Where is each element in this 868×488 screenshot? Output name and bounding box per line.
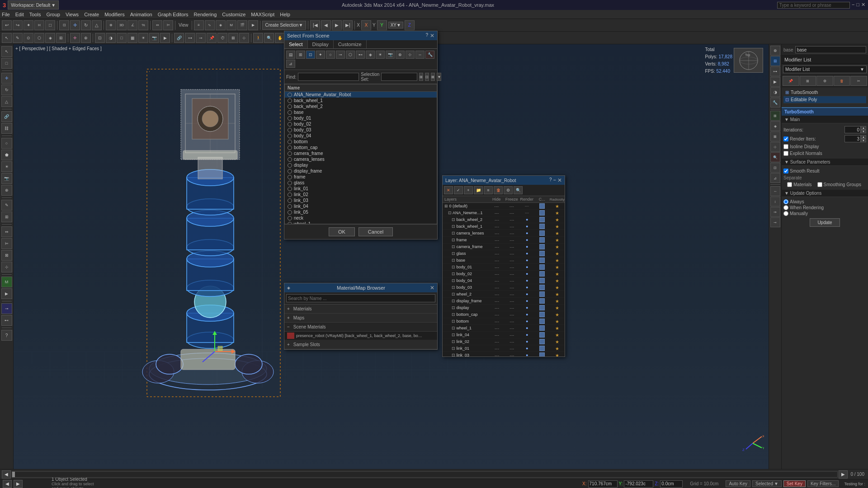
object-list-item[interactable]: frame — [285, 174, 437, 180]
panel-icon-9[interactable]: ↔ — [770, 186, 780, 196]
layer-color-col[interactable] — [534, 244, 549, 249]
iterations-spinner[interactable]: ▲ ▼ — [844, 126, 866, 133]
time-slider[interactable] — [12, 471, 838, 478]
materials-checkbox[interactable] — [787, 182, 792, 187]
timeline-next-btn[interactable]: ▶ — [839, 470, 848, 479]
select-tab[interactable]: Select — [284, 40, 308, 48]
layer-row[interactable]: ⊡ link_04 --- --- ● ★ — [443, 332, 565, 338]
menu-file[interactable]: File — [2, 12, 10, 17]
close-btn[interactable]: ✕ — [861, 2, 865, 9]
panel-icon-7[interactable]: ⊡ — [770, 163, 780, 173]
select-dialog-titlebar[interactable]: Select From Scene ? ✕ — [284, 31, 437, 40]
mat-search-input[interactable] — [286, 294, 435, 302]
modifier-item-turbos[interactable]: ⊞ TurboSmooth — [783, 89, 866, 96]
menu-tools[interactable]: Tools — [29, 12, 41, 17]
layers-folder-icon[interactable]: 📁 — [474, 186, 483, 194]
select-name-btn[interactable]: H — [34, 20, 44, 30]
move-lt[interactable]: ✛ — [1, 73, 12, 84]
layer-row[interactable]: ⊡ camera_frame --- --- ● ★ — [443, 244, 565, 250]
material-editor-btn[interactable]: M — [226, 20, 236, 30]
quick-render-btn[interactable]: ▦ — [127, 33, 137, 43]
panel-icon-6[interactable]: 🔍 — [770, 152, 780, 162]
cut-paste-btn[interactable]: ✂ — [850, 76, 867, 86]
object-list-item[interactable]: back_wheel_1 — [285, 98, 437, 103]
move-obj-btn[interactable]: ✛ — [70, 33, 80, 43]
render-frame-btn[interactable]: ▶ — [248, 20, 258, 30]
object-list-item[interactable]: body_02 — [285, 121, 437, 127]
schematic-view-btn[interactable]: ◈ — [216, 20, 226, 30]
bone-tools-lt[interactable]: ⊸ — [1, 303, 12, 314]
manipulate-btn[interactable]: ⊕ — [81, 33, 91, 43]
y-axis-btn[interactable]: Y — [377, 20, 387, 30]
shapes-lt[interactable]: ⬟ — [1, 150, 12, 160]
layers-check-icon[interactable]: ✓ — [454, 186, 463, 194]
object-list-item[interactable]: link_01 — [285, 186, 437, 192]
layer-row[interactable]: ⊡ wheel_2 --- --- ● ★ — [443, 291, 565, 298]
layer-color-col[interactable] — [534, 305, 549, 310]
modifier-list-dropdown[interactable]: Modifier List ▼ — [783, 66, 867, 73]
select-move-btn[interactable]: ✛ — [70, 20, 80, 30]
percent-snap-btn[interactable]: % — [138, 20, 148, 30]
sel-icon-6[interactable]: ⊸ — [336, 51, 345, 59]
undo-btn[interactable]: ↩ — [2, 20, 12, 30]
layer-color-col[interactable] — [534, 298, 549, 304]
layer-row[interactable]: ⊡ body_02 --- --- ● ★ — [443, 271, 565, 277]
select-region-btn[interactable]: □ — [45, 20, 55, 30]
render-iters-spinner[interactable]: ▲ ▼ — [844, 135, 866, 142]
layers-list-icon[interactable]: ≡ — [484, 186, 493, 194]
layer-color-col[interactable] — [534, 319, 549, 324]
layer-row[interactable]: ⊡ back_wheel_2 --- --- ● ★ — [443, 216, 565, 223]
create-geometry-lt[interactable]: ○ — [1, 138, 12, 149]
sel-icon-16[interactable]: ⊿ — [286, 60, 295, 68]
select-dialog-close[interactable]: ✕ — [430, 33, 434, 39]
constraint-btn[interactable]: 🔗 — [174, 33, 184, 43]
menu-rendering[interactable]: Rendering — [194, 12, 217, 17]
sample-slots-category[interactable]: + Sample Slots — [284, 340, 437, 349]
paint-tool[interactable]: ⊙ — [24, 33, 33, 43]
zoom-mode-btn[interactable]: 🔍 — [264, 33, 274, 43]
layer-row[interactable]: ⊡ base --- --- ● ★ — [443, 257, 565, 264]
menu-graph-editors[interactable]: Graph Editors — [158, 12, 189, 17]
layer-color-col[interactable] — [534, 251, 549, 256]
configure-btn[interactable]: ⚙ — [816, 76, 833, 86]
scene-materials-category[interactable]: − Scene Materials — [284, 323, 437, 332]
menu-create[interactable]: Create — [84, 12, 99, 17]
mirror-btn[interactable]: ⇔ — [152, 20, 162, 30]
weight-btn[interactable]: ⊠ — [228, 33, 238, 43]
freeform-tool[interactable]: ✎ — [13, 33, 23, 43]
snap-btn[interactable]: 3D — [117, 20, 127, 30]
snap-lt[interactable]: ⊹ — [1, 262, 12, 272]
populate-tool[interactable]: ⊞ — [56, 33, 66, 43]
layer-color-col[interactable] — [534, 325, 549, 331]
smooth-result-checkbox[interactable] — [783, 169, 788, 174]
use-pivot-btn[interactable]: ⊕ — [106, 20, 116, 30]
sel-icon-13[interactable]: ⊹ — [406, 51, 415, 59]
menu-customize[interactable]: Customize — [222, 12, 245, 17]
object-list-item[interactable]: display_frame — [285, 168, 437, 174]
layer-color-col[interactable] — [534, 278, 549, 283]
layer-row[interactable]: ⊡ bottom_cap --- --- ● ★ — [443, 311, 565, 318]
layer-color-col[interactable] — [534, 210, 549, 216]
remove-mod-btn[interactable]: 🗑 — [834, 76, 850, 86]
object-list-item[interactable]: camera_frame — [285, 150, 437, 156]
go-start-btn[interactable]: |◀ — [310, 20, 320, 30]
layer-row[interactable]: ⊞ 0 (default) --- --- --- ★ — [443, 203, 565, 210]
select-object-btn[interactable]: ✦ — [24, 20, 33, 30]
x-coord-input[interactable] — [588, 480, 618, 488]
materials-category[interactable]: + Materials — [284, 305, 437, 314]
iterations-input[interactable] — [844, 126, 861, 133]
mirror-lt[interactable]: ⇔ — [1, 226, 12, 237]
sel-set-icon2[interactable]: ⊡ — [425, 73, 429, 81]
question-lt[interactable]: ? — [1, 330, 12, 341]
scale-btn[interactable]: △ — [92, 20, 102, 30]
layer-color-col[interactable] — [534, 332, 549, 338]
layer-color-col[interactable] — [534, 352, 549, 357]
paint-weights-btn[interactable]: ⊹ — [239, 33, 249, 43]
panel-icon-4[interactable]: ⊠ — [770, 131, 780, 141]
select-tool[interactable]: ↖ — [2, 33, 12, 43]
light-btn[interactable]: ☀ — [138, 33, 148, 43]
object-list-item[interactable]: body_01 — [285, 115, 437, 121]
layer-color-col[interactable] — [534, 224, 549, 229]
select-tool-lt[interactable]: ↖ — [1, 46, 12, 57]
skin-lt[interactable]: ⊷ — [1, 315, 12, 326]
